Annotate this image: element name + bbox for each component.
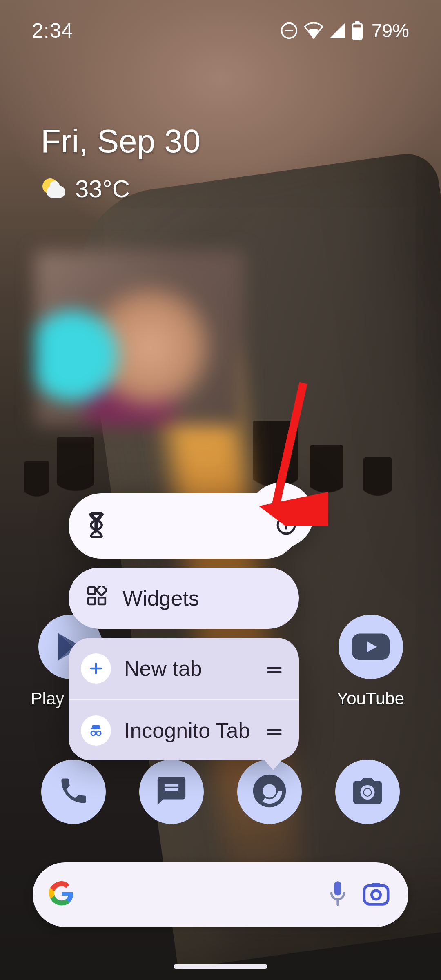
- weather-icon: [41, 177, 65, 201]
- camera-icon: [350, 774, 385, 810]
- svg-point-19: [285, 520, 287, 523]
- shortcut-new-tab[interactable]: New tab: [69, 638, 299, 699]
- widgets-icon: [87, 586, 107, 611]
- svg-rect-4: [352, 27, 362, 39]
- messages-icon: [155, 774, 188, 809]
- photos-widget[interactable]: [35, 251, 244, 426]
- phone-icon: [58, 775, 89, 808]
- widgets-label: Widgets: [122, 586, 199, 610]
- youtube-icon: [339, 615, 403, 679]
- app-youtube[interactable]: YouTube: [330, 615, 412, 708]
- popup-top-actions: [69, 493, 299, 559]
- gesture-nav-handle[interactable]: [174, 964, 267, 969]
- svg-point-16: [372, 891, 380, 899]
- battery-percentage: 79%: [372, 20, 409, 42]
- svg-point-28: [91, 731, 96, 735]
- drag-handle-icon[interactable]: [266, 718, 283, 743]
- battery-icon: [351, 21, 363, 40]
- app-info-button[interactable]: [276, 515, 296, 537]
- svg-point-11: [364, 789, 371, 796]
- plus-icon: [81, 653, 111, 684]
- date-label: Fri, Sep 30: [41, 122, 200, 160]
- google-search-bar[interactable]: [33, 862, 408, 927]
- incognito-icon: [81, 715, 111, 746]
- messages-app[interactable]: [139, 760, 204, 824]
- dnd-icon: [280, 22, 298, 40]
- camera-app[interactable]: [335, 760, 400, 824]
- temperature-label: 33°C: [75, 175, 130, 203]
- svg-rect-14: [364, 886, 388, 904]
- svg-rect-21: [88, 597, 95, 604]
- home-screen: 2:34: [0, 0, 441, 980]
- at-a-glance-widget[interactable]: Fri, Sep 30 33°C: [41, 122, 200, 203]
- shortcut-label: Incognito Tab: [124, 718, 250, 743]
- svg-rect-22: [98, 597, 105, 604]
- pause-app-icon[interactable]: [87, 512, 106, 539]
- svg-point-29: [96, 731, 101, 735]
- shortcut-incognito-tab[interactable]: Incognito Tab: [69, 699, 299, 760]
- svg-rect-15: [372, 883, 380, 887]
- phone-app[interactable]: [41, 760, 106, 824]
- wifi-icon: [304, 22, 323, 39]
- svg-rect-12: [334, 881, 341, 895]
- signal-icon: [329, 22, 345, 39]
- app-label: YouTube: [337, 689, 404, 708]
- widgets-button[interactable]: Widgets: [69, 568, 299, 629]
- drag-handle-icon[interactable]: [266, 656, 283, 681]
- svg-rect-20: [88, 587, 95, 594]
- lens-icon[interactable]: [363, 882, 390, 908]
- status-time: 2:34: [32, 19, 73, 42]
- dock: [0, 760, 441, 824]
- google-g-icon: [49, 881, 74, 908]
- mic-icon[interactable]: [327, 880, 349, 909]
- shortcut-label: New tab: [124, 656, 202, 681]
- chrome-icon: [252, 773, 287, 811]
- svg-rect-23: [96, 586, 107, 596]
- svg-point-7: [263, 784, 276, 798]
- shortcut-list: New tab: [69, 638, 299, 760]
- status-bar: 2:34: [0, 0, 441, 61]
